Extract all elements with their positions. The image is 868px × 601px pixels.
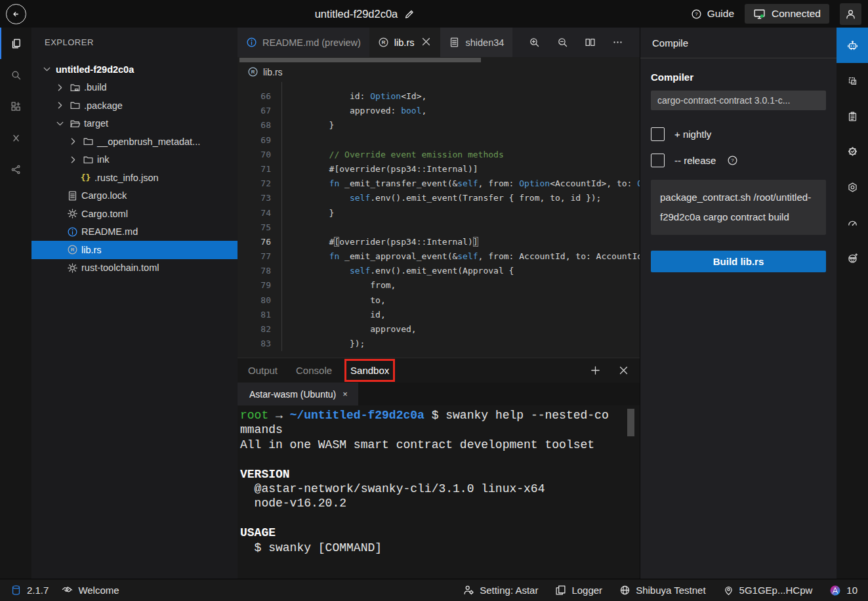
person-pin-icon	[723, 585, 734, 596]
terminal-line: root → ~/untitled-f29d2c0a $ swanky help…	[240, 408, 640, 423]
split-editor-icon[interactable]	[585, 37, 596, 48]
release-checkbox[interactable]	[651, 154, 665, 167]
gauge-icon	[847, 217, 858, 228]
activity-benchmark[interactable]	[837, 205, 868, 240]
explorer-header: EXPLORER	[31, 28, 238, 56]
breadcrumb[interactable]: R lib.rs	[238, 63, 640, 81]
code-editor[interactable]: 65 to: Option<AccountId>,66 id: Option<I…	[238, 81, 640, 358]
status-setting[interactable]: Setting: Astar	[463, 585, 538, 596]
panel-tab-console[interactable]: Console	[296, 365, 332, 376]
badge-icon	[847, 146, 858, 157]
titlebar: untitled-f29d2c0a ? Guide Connected	[0, 0, 868, 28]
listfile-icon	[65, 190, 80, 201]
guide-label: Guide	[707, 8, 734, 20]
tree-item-rustc-info-json[interactable]: {}.rustc_info.json	[31, 169, 238, 187]
editor-area: README.md (preview)Rlib.rsshiden34 R lib…	[238, 28, 640, 579]
terminal-scrollbar[interactable]	[627, 409, 634, 436]
status-version[interactable]: 2.1.7	[10, 585, 49, 596]
compile-panel-title: Compile	[640, 28, 837, 58]
tree-item-cargo-lock[interactable]: Cargo.lock	[31, 187, 238, 205]
tree-item-readme-md[interactable]: README.md	[31, 223, 238, 241]
rust-icon: R	[378, 37, 389, 48]
code-line-80: 80 to,	[238, 293, 640, 308]
terminal-close-icon[interactable]: ×	[342, 389, 348, 399]
activity-deploy[interactable]	[837, 63, 868, 98]
code-line-66: 66 id: Option<Id>,	[238, 89, 640, 104]
zoom-out-icon[interactable]	[557, 37, 568, 48]
rust-icon: R	[65, 244, 80, 255]
code-line-70: 70 // Override event emission methods	[238, 148, 640, 162]
tree-item-lib-rs[interactable]: Rlib.rs	[31, 241, 238, 259]
compiler-select-value: cargo-contract-contract 3.0.1-c...	[657, 95, 790, 106]
coolface-icon	[847, 253, 858, 264]
connected-button[interactable]: Connected	[745, 4, 829, 24]
terminal-line: All in one WASM smart contract developme…	[240, 438, 640, 452]
status-logger[interactable]: Logger	[555, 585, 602, 596]
user-avatar-button[interactable]	[840, 3, 861, 25]
status-account[interactable]: 5G1GEp...HCpw	[723, 585, 813, 596]
terminal-line: node-v16.20.2	[240, 496, 640, 510]
project-title: untitled-f29d2c0a	[315, 8, 415, 20]
activity-tasks[interactable]	[837, 98, 868, 134]
terminal-output[interactable]: root → ~/untitled-f29d2c0a $ swanky help…	[238, 405, 640, 579]
activity-fun[interactable]	[837, 240, 868, 276]
activity-verify[interactable]	[837, 134, 868, 169]
activity-search[interactable]	[0, 59, 31, 91]
panel-tab-output[interactable]: Output	[248, 365, 278, 376]
code-line-79: 79 from,	[238, 278, 640, 293]
deploy-icon	[847, 75, 858, 87]
release-option: -- release ?	[651, 154, 826, 167]
activity-source-control[interactable]	[0, 154, 31, 185]
svg-text:?: ?	[732, 157, 735, 163]
compiler-label: Compiler	[651, 72, 826, 83]
status-network[interactable]: Shibuya Testnet	[619, 585, 705, 596]
new-terminal-icon[interactable]	[590, 365, 601, 376]
close-panel-icon[interactable]	[618, 365, 629, 376]
build-button[interactable]: Build lib.rs	[651, 251, 826, 272]
code-line-72: 72 fn _emit_transfer_event(&self, from: …	[238, 176, 640, 191]
activity-ai-assistant[interactable]	[837, 169, 868, 205]
tree-item-package[interactable]: .package	[31, 96, 238, 115]
terminal-line	[240, 452, 640, 466]
tab-scrollbar-thumb[interactable]	[239, 58, 481, 62]
terminal-line: VERSION	[240, 467, 640, 482]
folder-build-icon	[68, 82, 83, 93]
status-welcome[interactable]: Welcome	[62, 585, 119, 596]
tree-item-build[interactable]: .build	[31, 79, 238, 97]
tab-scrollbar[interactable]	[238, 57, 640, 63]
close-icon[interactable]	[421, 36, 432, 49]
panel-tab-sandbox[interactable]: Sandbox	[350, 365, 389, 376]
status-balance[interactable]: 10	[829, 585, 858, 596]
tree-item-ink[interactable]: ink	[31, 151, 238, 169]
activity-explorer[interactable]	[0, 28, 31, 59]
globe-icon	[619, 585, 630, 596]
editor-tab-actions	[512, 28, 640, 57]
code-line-69: 69	[238, 133, 640, 148]
nightly-option: + nightly	[651, 127, 826, 141]
release-help-icon[interactable]: ?	[727, 155, 738, 166]
breadcrumb-label: lib.rs	[263, 67, 283, 77]
activity-extensions[interactable]	[0, 91, 31, 122]
activity-collapse[interactable]	[0, 122, 31, 154]
release-label: -- release	[674, 155, 716, 166]
activity-compile[interactable]	[837, 28, 868, 63]
back-button[interactable]	[6, 4, 26, 24]
rename-pencil-icon[interactable]	[403, 9, 415, 20]
more-actions-icon[interactable]	[612, 37, 623, 48]
terminal-line	[240, 511, 640, 526]
tree-item-untitled-f29d2c0a[interactable]: untitled-f29d2c0a	[31, 60, 238, 79]
guide-button[interactable]: ? Guide	[691, 8, 734, 20]
tree-item-target[interactable]: target	[31, 115, 238, 133]
terminal-tab[interactable]: Astar-wasm (Ubuntu) ×	[238, 383, 358, 405]
tab-shiden34[interactable]: shiden34	[440, 28, 512, 57]
tab-readme-md-preview[interactable]: README.md (preview)	[238, 28, 369, 57]
file-tree: untitled-f29d2c0a.build.packagetarget__o…	[31, 56, 238, 579]
tree-item-cargo-toml[interactable]: Cargo.toml	[31, 205, 238, 223]
nightly-checkbox[interactable]	[651, 127, 665, 141]
tree-item-openbrush-metadat[interactable]: __openbrush_metadat...	[31, 133, 238, 151]
zoom-in-icon[interactable]	[529, 37, 540, 48]
tab-lib-rs[interactable]: Rlib.rs	[369, 28, 441, 57]
activity-bar-left	[0, 28, 31, 579]
compiler-select[interactable]: cargo-contract-contract 3.0.1-c...	[651, 91, 826, 110]
tree-item-rust-toolchain-toml[interactable]: rust-toolchain.toml	[31, 259, 238, 278]
